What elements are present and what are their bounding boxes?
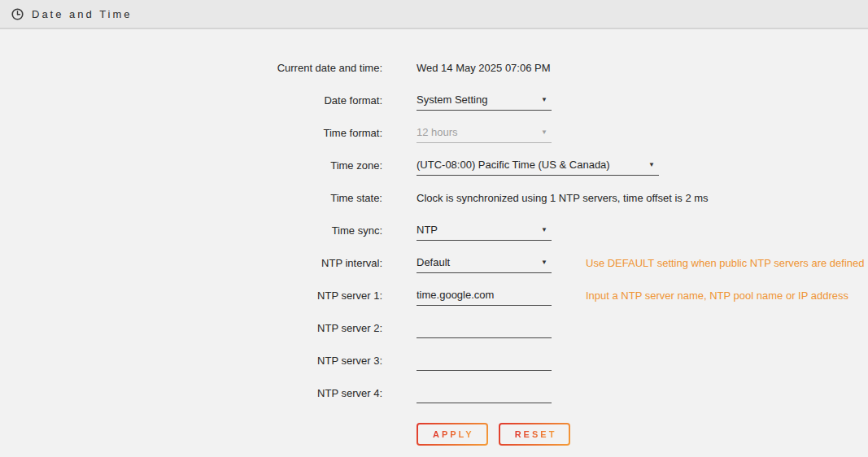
apply-button[interactable]: APPLY xyxy=(417,423,488,446)
time-zone-label: Time zone: xyxy=(0,159,382,172)
row-date-format: Date format: System Setting ▼ xyxy=(0,84,868,116)
date-format-select[interactable]: System Setting ▼ xyxy=(417,89,552,111)
section-header: Date and Time xyxy=(0,0,868,29)
chevron-down-icon: ▼ xyxy=(541,129,547,136)
ntp-server-3-label: NTP server 3: xyxy=(0,355,382,367)
form-buttons: APPLY RESET xyxy=(417,423,868,446)
ntp-interval-hint: Use DEFAULT setting when public NTP serv… xyxy=(586,257,865,269)
ntp-server-1-label: NTP server 1: xyxy=(0,289,382,302)
ntp-server-1-hint: Input a NTP server name, NTP pool name o… xyxy=(586,289,848,302)
ntp-server-4-input[interactable] xyxy=(417,382,552,403)
row-ntp-server-2: NTP server 2: xyxy=(0,311,868,344)
time-state-value: Clock is synchronized using 1 NTP server… xyxy=(417,192,709,204)
ntp-server-3-input[interactable] xyxy=(417,350,552,371)
time-zone-value: (UTC-08:00) Pacific Time (US & Canada) xyxy=(417,159,610,171)
row-current-datetime: Current date and time: Wed 14 May 2025 0… xyxy=(0,51,868,84)
time-format-label: Time format: xyxy=(0,127,382,139)
ntp-server-2-input[interactable] xyxy=(417,317,552,338)
apply-button-label: APPLY xyxy=(433,429,474,439)
clock-icon xyxy=(11,8,24,20)
row-time-format: Time format: 12 hours ▼ xyxy=(0,116,868,149)
ntp-interval-select[interactable]: Default ▼ xyxy=(417,252,552,273)
row-ntp-server-3: NTP server 3: xyxy=(0,344,868,376)
current-datetime-label: Current date and time: xyxy=(0,62,382,74)
ntp-server-4-label: NTP server 4: xyxy=(0,387,382,399)
current-datetime-value: Wed 14 May 2025 07:06 PM xyxy=(417,62,551,74)
time-zone-select[interactable]: (UTC-08:00) Pacific Time (US & Canada) ▼ xyxy=(417,155,659,176)
reset-button-label: RESET xyxy=(515,429,557,439)
chevron-down-icon: ▼ xyxy=(541,227,547,233)
time-sync-label: Time sync: xyxy=(0,224,382,237)
ntp-server-1-input[interactable] xyxy=(417,285,552,306)
time-format-select: 12 hours ▼ xyxy=(417,122,552,143)
ntp-interval-label: NTP interval: xyxy=(0,257,382,269)
row-time-state: Time state: Clock is synchronized using … xyxy=(0,181,868,214)
row-ntp-interval: NTP interval: Default ▼ Use DEFAULT sett… xyxy=(0,246,868,279)
time-state-label: Time state: xyxy=(0,192,382,204)
row-ntp-server-1: NTP server 1: Input a NTP server name, N… xyxy=(0,279,868,311)
date-format-value: System Setting xyxy=(417,94,487,106)
chevron-down-icon: ▼ xyxy=(541,259,547,266)
date-format-label: Date format: xyxy=(0,94,382,107)
time-sync-value: NTP xyxy=(417,224,438,236)
row-ntp-server-4: NTP server 4: xyxy=(0,376,868,409)
ntp-interval-value: Default xyxy=(417,256,450,268)
row-time-zone: Time zone: (UTC-08:00) Pacific Time (US … xyxy=(0,149,868,181)
row-time-sync: Time sync: NTP ▼ xyxy=(0,214,868,246)
chevron-down-icon: ▼ xyxy=(541,97,547,103)
ntp-server-2-label: NTP server 2: xyxy=(0,322,382,334)
date-time-form: Current date and time: Wed 14 May 2025 0… xyxy=(0,29,868,446)
time-sync-select[interactable]: NTP ▼ xyxy=(417,220,552,241)
page-title: Date and Time xyxy=(32,8,133,20)
chevron-down-icon: ▼ xyxy=(648,162,655,168)
reset-button[interactable]: RESET xyxy=(499,423,571,446)
time-format-value: 12 hours xyxy=(417,126,458,138)
